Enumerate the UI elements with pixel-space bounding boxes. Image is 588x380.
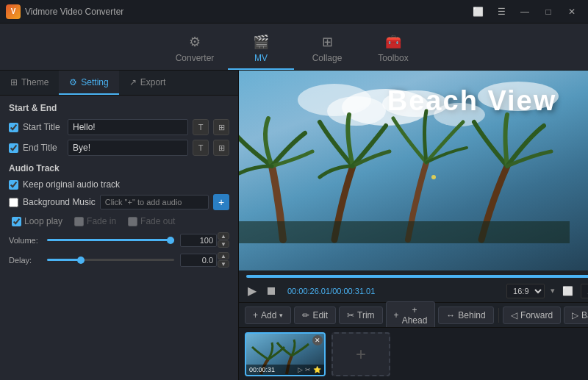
ahead-label: + Ahead xyxy=(402,305,428,326)
svg-point-3 xyxy=(298,84,371,116)
delay-slider[interactable] xyxy=(47,259,174,261)
volume-down-btn[interactable]: ▼ xyxy=(218,240,229,248)
start-title-input[interactable] xyxy=(68,119,188,135)
delay-up-btn[interactable]: ▲ xyxy=(218,252,229,259)
tab-collage[interactable]: ⊞ Collage xyxy=(294,29,360,70)
backward-icon: ▷ xyxy=(572,310,578,320)
ahead-btn[interactable]: + + Ahead xyxy=(386,301,436,329)
thumb-close-btn[interactable]: ✕ xyxy=(312,335,323,345)
end-title-text-btn[interactable]: T xyxy=(193,140,209,156)
progress-bar[interactable] xyxy=(246,275,588,278)
end-title-label: End Title xyxy=(23,143,63,153)
time-display: 00:00:26.01/00:00:31.01 xyxy=(287,287,375,295)
loop-play-checkbox[interactable] xyxy=(12,217,21,226)
volume-value[interactable]: 100 xyxy=(180,234,217,247)
fade-in-label: Fade in xyxy=(87,216,116,226)
tab-collage-label: Collage xyxy=(312,53,343,63)
forward-btn[interactable]: ◁ Forward xyxy=(503,306,561,324)
nav-tabs: ⚙ Converter 🎬 MV ⊞ Collage 🧰 Toolbox xyxy=(0,24,588,71)
add-video-btn[interactable]: + xyxy=(331,332,390,376)
end-title-row: End Title T ⊞ xyxy=(9,140,229,156)
app-icon: V xyxy=(6,4,21,19)
display-btn[interactable]: ⬜ xyxy=(561,284,575,298)
audio-section: Audio Track Keep original audio track Ba… xyxy=(9,163,229,268)
main-content: ⊞ Theme ⚙ Setting ↗ Export Start & End S… xyxy=(0,71,588,380)
stop-btn[interactable]: ⏹ xyxy=(264,283,279,299)
sub-tab-setting[interactable]: ⚙ Setting xyxy=(59,71,118,95)
sub-tab-export[interactable]: ↗ Export xyxy=(119,71,176,95)
sub-tabs: ⊞ Theme ⚙ Setting ↗ Export xyxy=(0,71,238,96)
edit-icon: ✏ xyxy=(302,310,309,320)
converter-icon: ⚙ xyxy=(189,34,201,50)
start-title-text-btn[interactable]: T xyxy=(193,119,209,135)
palm-trees-decoration xyxy=(239,71,588,270)
add-audio-btn[interactable]: + xyxy=(213,194,229,210)
mv-icon: 🎬 xyxy=(253,34,269,50)
tab-converter-label: Converter xyxy=(176,53,215,63)
maximize-btn[interactable]: □ xyxy=(538,4,559,19)
video-controls: ▶ ⏹ 00:00:26.01/00:00:31.01 16:9 ▾ ⬜ 1/2… xyxy=(239,270,588,302)
settings-panel: Start & End Start Title T ⊞ End Title T … xyxy=(0,96,238,380)
chat-btn[interactable]: ⬜ xyxy=(467,4,488,19)
volume-up-btn[interactable]: ▲ xyxy=(218,232,229,240)
fade-in-opt: Fade in xyxy=(74,216,116,226)
ahead-icon: + xyxy=(394,310,399,320)
theme-tab-icon: ⊞ xyxy=(10,77,18,87)
volume-slider[interactable] xyxy=(47,239,174,241)
controls-row: ▶ ⏹ 00:00:26.01/00:00:31.01 16:9 ▾ ⬜ 1/2… xyxy=(246,282,588,299)
thumb-trim-icon: ✂ xyxy=(305,366,311,373)
right-panel: Beach View xyxy=(239,71,588,380)
setting-tab-icon: ⚙ xyxy=(69,77,77,87)
fade-in-checkbox[interactable] xyxy=(74,217,84,226)
thumb-star-icon: ⭐ xyxy=(313,366,321,373)
add-icon: + xyxy=(253,310,258,320)
video-background: Beach View xyxy=(239,71,588,270)
end-title-checkbox[interactable] xyxy=(9,143,18,153)
menu-btn[interactable]: ☰ xyxy=(491,4,512,19)
delay-value[interactable]: 0.0 xyxy=(180,254,217,267)
delay-row: Delay: 0.0 ▲ ▼ xyxy=(9,252,229,268)
start-title-checkbox[interactable] xyxy=(9,123,18,132)
behind-label: Behind xyxy=(458,310,485,320)
start-title-label: Start Title xyxy=(23,122,63,132)
clip-select[interactable]: 1/2 xyxy=(581,284,588,298)
timeline: ✕ 00:00:31 ▷ ✂ ⭐ + xyxy=(239,327,588,380)
keep-original-checkbox[interactable] xyxy=(9,180,18,190)
tab-toolbox-label: Toolbox xyxy=(378,53,408,63)
end-title-grid-btn[interactable]: ⊞ xyxy=(213,140,229,156)
play-btn[interactable]: ▶ xyxy=(246,282,258,299)
svg-point-4 xyxy=(434,103,485,126)
trim-label: Trim xyxy=(357,310,375,320)
window-controls: ⬜ ☰ — □ ✕ xyxy=(467,4,582,19)
time-elapsed: 00:00:26.01 xyxy=(287,287,330,295)
start-title-grid-btn[interactable]: ⊞ xyxy=(213,119,229,135)
thumb-overlay: 00:00:31 ▷ ✂ ⭐ xyxy=(246,365,324,375)
delay-down-btn[interactable]: ▼ xyxy=(218,260,229,268)
end-title-input[interactable] xyxy=(68,140,188,156)
tab-mv[interactable]: 🎬 MV xyxy=(228,29,294,70)
video-thumbnail[interactable]: ✕ 00:00:31 ▷ ✂ ⭐ xyxy=(245,332,326,376)
fade-out-checkbox[interactable] xyxy=(128,217,137,226)
thumb-icons: ▷ ✂ ⭐ xyxy=(298,366,321,373)
keep-original-row: Keep original audio track xyxy=(9,179,229,190)
start-title-row: Start Title T ⊞ xyxy=(9,119,229,135)
behind-btn[interactable]: ↔ Behind xyxy=(438,306,493,324)
add-btn[interactable]: + Add ▾ xyxy=(245,306,291,324)
tab-toolbox[interactable]: 🧰 Toolbox xyxy=(360,29,426,70)
tab-mv-label: MV xyxy=(254,53,268,63)
video-preview: Beach View xyxy=(239,71,588,270)
sub-tab-theme[interactable]: ⊞ Theme xyxy=(0,71,59,95)
minimize-btn[interactable]: — xyxy=(514,4,535,19)
edit-btn[interactable]: ✏ Edit xyxy=(294,306,336,324)
start-end-section-title: Start & End xyxy=(9,103,229,113)
close-btn[interactable]: ✕ xyxy=(562,4,582,19)
forward-icon: ◁ xyxy=(511,310,517,320)
sub-tab-theme-label: Theme xyxy=(21,77,49,87)
bg-music-select[interactable]: Click "+" to add audio xyxy=(100,195,209,209)
bg-music-checkbox[interactable] xyxy=(9,198,18,207)
loop-play-label: Loop play xyxy=(24,216,62,226)
backward-btn[interactable]: ▷ Backward xyxy=(564,306,588,324)
trim-btn[interactable]: ✂ Trim xyxy=(339,306,383,324)
tab-converter[interactable]: ⚙ Converter xyxy=(162,29,228,70)
aspect-ratio-select[interactable]: 16:9 xyxy=(506,284,545,298)
